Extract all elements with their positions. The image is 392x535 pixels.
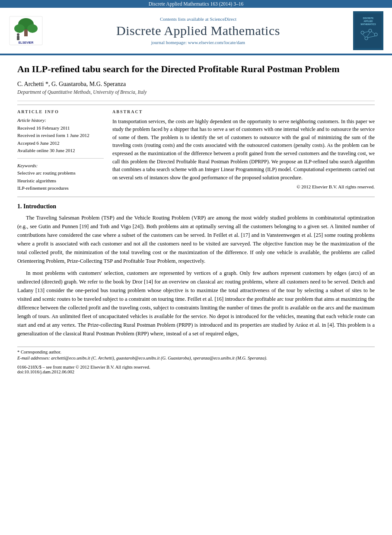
footer: * Corresponding author. E-mail addresses… <box>17 347 375 374</box>
homepage-url[interactable]: www.elsevier.com/locate/dam <box>188 40 245 45</box>
paragraph-2: In most problems with customers' selecti… <box>17 269 375 338</box>
article-info-abstract: ARTICLE INFO Article history: Received 1… <box>17 105 375 197</box>
keywords-label: Keywords: <box>17 163 104 168</box>
copyright: © 2012 Elsevier B.V. All rights reserved… <box>112 184 375 189</box>
article-info-label: ARTICLE INFO <box>17 109 104 114</box>
paragraph-1: The Traveling Salesman Problem (TSP) and… <box>17 213 375 265</box>
authors: C. Archetti *, G. Guastaroba, M.G. Spera… <box>17 81 375 88</box>
keyword-2: Heuristic algorithms <box>17 177 104 185</box>
keywords-divider <box>17 158 104 159</box>
svg-rect-6 <box>17 36 19 40</box>
history-item-4: Available online 30 June 2012 <box>17 147 104 155</box>
history-label: Article history: <box>17 118 104 123</box>
svg-text:ELSEVIER: ELSEVIER <box>19 41 34 44</box>
article-title: An ILP-refined tabu search for the Direc… <box>17 63 375 76</box>
article-info-col: ARTICLE INFO Article history: Received 1… <box>17 109 104 192</box>
doi-line: doi:10.1016/j.dam.2012.06.002 <box>17 369 375 374</box>
history-item-2: Received in revised form 1 June 2012 <box>17 132 104 140</box>
svg-point-5 <box>17 33 19 36</box>
svg-point-2 <box>14 24 25 33</box>
abstract-text: In transportation services, the costs ar… <box>112 118 375 182</box>
main-content: An ILP-refined tabu search for the Direc… <box>0 55 392 382</box>
history-item-3: Accepted 6 June 2012 <box>17 140 104 147</box>
elsevier-logo: ELSEVIER <box>9 16 43 46</box>
footnote-star: * Corresponding author. <box>17 350 375 354</box>
section-divider <box>17 101 375 101</box>
abstract-col: ABSTRACT In transportation services, the… <box>112 109 375 192</box>
keyword-3: ILP-refinement procedures <box>17 185 104 192</box>
svg-text:APPLIED: APPLIED <box>363 20 373 22</box>
contents-line: Contents lists available at ScienceDirec… <box>48 16 349 22</box>
svg-rect-4 <box>24 29 28 36</box>
abstract-label: ABSTRACT <box>112 109 375 114</box>
svg-point-3 <box>27 24 38 33</box>
section1-heading: 1. Introduction <box>17 203 375 210</box>
journal-thumbnail: DISCRETE APPLIED MATHEMATICS <box>353 11 383 50</box>
journal-title: Discrete Applied Mathematics <box>48 23 349 38</box>
header-center: Contents lists available at ScienceDirec… <box>48 16 349 45</box>
svg-text:DISCRETE: DISCRETE <box>363 17 374 19</box>
journal-homepage: journal homepage: www.elsevier.com/locat… <box>48 40 349 45</box>
journal-header: ELSEVIER Contents lists available at Sci… <box>0 8 392 54</box>
top-bar: Discrete Applied Mathematics 163 (2014) … <box>0 0 392 8</box>
keyword-1: Selective arc routing problems <box>17 169 104 177</box>
sciencedirect-link[interactable]: ScienceDirect <box>210 16 236 22</box>
journal-citation: Discrete Applied Mathematics 163 (2014) … <box>149 1 243 6</box>
history-item-1: Received 16 February 2011 <box>17 124 104 132</box>
svg-text:MATHEMATICS: MATHEMATICS <box>360 23 376 25</box>
footnote-email: E-mail addresses: archetti@eco.unibs.it … <box>17 356 375 360</box>
affiliation: Department of Quantitative Methods, Univ… <box>17 89 375 95</box>
issn-line: 0166-218X/$ – see front matter © 2012 El… <box>17 365 375 369</box>
